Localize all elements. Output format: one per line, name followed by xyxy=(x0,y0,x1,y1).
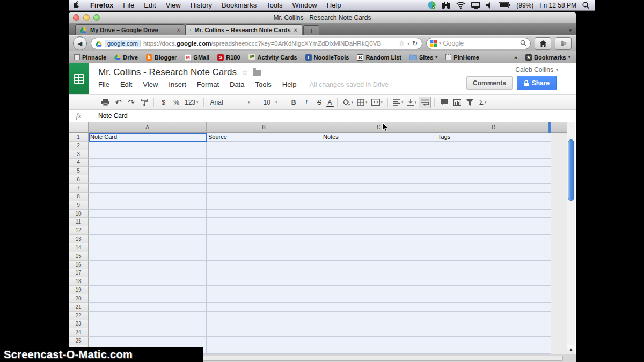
functions-button[interactable]: Σ▾ xyxy=(477,97,489,108)
cell-D24[interactable] xyxy=(436,328,551,337)
strikethrough-button[interactable]: S xyxy=(313,97,326,108)
row-header-7[interactable]: 7 xyxy=(69,184,89,193)
cell-A12[interactable] xyxy=(89,226,207,235)
menu-edit[interactable]: Edit xyxy=(115,80,137,88)
cell-D6[interactable] xyxy=(436,175,551,184)
cell-C8[interactable] xyxy=(321,193,436,201)
cell-C12[interactable] xyxy=(321,226,436,235)
formula-input-value[interactable]: Note Card xyxy=(89,112,128,120)
cell-D15[interactable] xyxy=(436,252,551,261)
google-search-engine-icon[interactable] xyxy=(430,40,437,47)
cell-C4[interactable] xyxy=(321,159,436,167)
battery-icon[interactable] xyxy=(499,2,510,8)
search-engine-dropdown-icon[interactable]: ▾ xyxy=(439,41,441,46)
cell-B25[interactable] xyxy=(207,337,321,345)
volume-icon[interactable] xyxy=(486,2,493,9)
cell-D3[interactable] xyxy=(436,150,551,159)
back-button[interactable]: ◀ xyxy=(73,36,87,50)
tab-close-icon[interactable]: × xyxy=(177,27,180,33)
cell-B10[interactable] xyxy=(207,210,321,218)
cell-B13[interactable] xyxy=(207,235,321,243)
cell-C2[interactable] xyxy=(321,142,436,150)
cell-A7[interactable] xyxy=(89,184,207,193)
cell-C16[interactable] xyxy=(321,261,436,269)
text-color-button[interactable]: A xyxy=(326,99,334,107)
account-menu[interactable]: Caleb Collins▾ xyxy=(515,66,558,73)
row-header-10[interactable]: 10 xyxy=(69,210,89,218)
undo-button[interactable]: ↶ xyxy=(112,97,125,108)
row-header-9[interactable]: 9 xyxy=(69,201,89,210)
cell-B1[interactable]: Source xyxy=(207,133,321,142)
cell-A25[interactable] xyxy=(89,337,207,345)
cell-A15[interactable] xyxy=(89,252,207,261)
cell-D22[interactable] xyxy=(436,312,551,320)
cell-D20[interactable] xyxy=(436,294,551,303)
cell-D12[interactable] xyxy=(436,226,551,235)
cell-A5[interactable] xyxy=(89,167,207,175)
vertical-scrollbar[interactable] xyxy=(567,122,575,362)
cell-D13[interactable] xyxy=(436,235,551,243)
cell-A3[interactable] xyxy=(89,150,207,159)
cell-C21[interactable] xyxy=(321,303,436,312)
merge-cells-button[interactable]: ▾ xyxy=(370,97,385,108)
menubar-history[interactable]: History xyxy=(186,0,217,11)
cell-D14[interactable] xyxy=(436,243,551,252)
search-magnifier-icon[interactable] xyxy=(520,40,526,48)
row-header-15[interactable]: 15 xyxy=(69,252,89,261)
spreadsheet-grid[interactable]: 1Note CardSourceNotesTags234567891011121… xyxy=(69,133,551,354)
more-formats-button[interactable]: 123▾ xyxy=(183,97,200,108)
url-dropdown-icon[interactable]: ▾ xyxy=(407,41,409,46)
bookmark-activity-cards[interactable]: Activity Cards xyxy=(248,54,297,61)
cell-B24[interactable] xyxy=(207,328,321,337)
document-title[interactable]: Mr. Collins - Research Note Cards xyxy=(98,67,237,78)
cell-A18[interactable] xyxy=(89,277,207,286)
row-header-21[interactable]: 21 xyxy=(69,303,89,312)
wrap-text-button[interactable] xyxy=(419,97,431,108)
cell-C5[interactable] xyxy=(321,167,436,175)
cell-B5[interactable] xyxy=(207,167,321,175)
cell-C22[interactable] xyxy=(321,312,436,320)
column-header-A[interactable]: A xyxy=(89,122,207,132)
tab-note-cards[interactable]: Mr. Collins – Research Note Cards × xyxy=(185,24,302,35)
move-to-folder-icon[interactable] xyxy=(253,70,261,76)
menubar-help[interactable]: Help xyxy=(322,0,346,11)
window-title-bar[interactable]: Mr. Collins - Research Note Cards xyxy=(69,12,576,24)
cell-C14[interactable] xyxy=(321,243,436,252)
menu-insert[interactable]: Insert xyxy=(163,80,192,88)
cell-B21[interactable] xyxy=(207,303,321,312)
list-tabs-icon[interactable]: ▾ xyxy=(569,28,572,33)
bookmarks-menu[interactable]: ★Bookmarks▾ xyxy=(525,54,570,61)
menu-data[interactable]: Data xyxy=(224,80,250,88)
cell-C19[interactable] xyxy=(321,286,436,294)
bookmark-noodletools[interactable]: TNoodleTools xyxy=(305,54,349,61)
cell-D16[interactable] xyxy=(436,261,551,269)
filter-button[interactable] xyxy=(464,97,476,108)
cell-C7[interactable] xyxy=(321,184,436,193)
cell-B9[interactable] xyxy=(207,201,321,210)
star-document-icon[interactable]: ☆ xyxy=(241,68,248,77)
row-header-13[interactable]: 13 xyxy=(69,235,89,243)
bookmark-pinnacle[interactable]: Pinnacle xyxy=(74,54,106,61)
row-header-20[interactable]: 20 xyxy=(69,294,89,303)
cell-A13[interactable] xyxy=(89,235,207,243)
cell-D17[interactable] xyxy=(436,269,551,278)
cell-C17[interactable] xyxy=(321,269,436,278)
menubar-tools[interactable]: Tools xyxy=(261,0,287,11)
cell-D9[interactable] xyxy=(436,201,551,210)
insert-chart-button[interactable] xyxy=(451,97,463,108)
paint-format-button[interactable] xyxy=(138,97,150,108)
bold-button[interactable]: B xyxy=(288,97,300,108)
cell-C26[interactable] xyxy=(321,345,436,354)
cell-D7[interactable] xyxy=(436,184,551,193)
cell-C20[interactable] xyxy=(321,294,436,303)
column-header-B[interactable]: B xyxy=(207,122,321,132)
cell-B3[interactable] xyxy=(207,150,321,159)
cell-B19[interactable] xyxy=(207,286,321,294)
cell-A9[interactable] xyxy=(89,201,207,210)
row-header-17[interactable]: 17 xyxy=(69,269,89,278)
row-header-24[interactable]: 24 xyxy=(69,328,89,337)
minimize-window-button[interactable] xyxy=(83,14,90,21)
insert-comment-button[interactable] xyxy=(438,97,450,108)
row-header-1[interactable]: 1 xyxy=(69,133,89,142)
cell-D1[interactable]: Tags xyxy=(436,133,551,142)
